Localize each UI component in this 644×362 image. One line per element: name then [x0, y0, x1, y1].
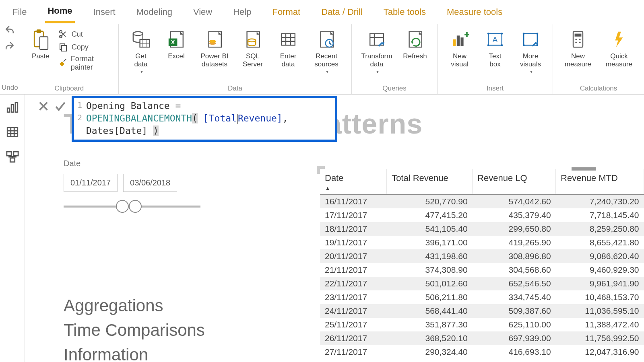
transform-data-button[interactable]: Transform data▾	[357, 27, 396, 74]
table-row[interactable]: 16/11/2017520,770.90574,042.607,240,730.…	[320, 194, 644, 208]
svg-rect-37	[575, 34, 582, 37]
tab-data-drill[interactable]: Data / Drill	[319, 2, 365, 22]
table-cell: 625,110.00	[473, 318, 556, 331]
sql-server-button[interactable]: SQL Server	[236, 27, 269, 69]
excel-label: Excel	[168, 52, 185, 60]
text-cursor	[237, 114, 237, 124]
model-view-icon[interactable]	[6, 150, 19, 164]
table-visual[interactable]: Date▲ Total Revenue Revenue LQ Revenue M…	[320, 169, 644, 359]
tab-home[interactable]: Home	[45, 1, 74, 23]
table-icon	[278, 29, 299, 50]
format-painter-button[interactable]: Format painter	[58, 55, 113, 72]
tab-table-tools[interactable]: Table tools	[381, 2, 428, 22]
enter-data-button[interactable]: Enter data	[272, 27, 305, 69]
nav-item[interactable]: Aggregations	[64, 294, 205, 318]
text-box-icon: A	[485, 29, 506, 50]
commit-formula-icon[interactable]	[54, 100, 67, 113]
table-cell: 12,047,316.90	[556, 345, 644, 359]
tab-view[interactable]: View	[191, 2, 215, 22]
slicer-to-input[interactable]: 03/06/2018	[123, 174, 177, 192]
refresh-button[interactable]: Refresh	[398, 27, 431, 60]
table-row[interactable]: 17/11/2017477,415.20435,379.407,718,145.…	[320, 208, 644, 222]
ribbon: Undo Paste Cut Copy Fo	[0, 24, 644, 95]
excel-button[interactable]: X Excel	[160, 27, 193, 60]
recent-label: Recent sources	[314, 52, 339, 69]
paste-button[interactable]: Paste	[26, 27, 56, 60]
svg-rect-47	[13, 152, 18, 156]
format-painter-label: Format painter	[71, 55, 113, 72]
table-row[interactable]: 25/11/2017351,877.30625,110.0011,388,472…	[320, 318, 644, 331]
queries-group-label: Queries	[357, 84, 431, 93]
table-cell: 22/11/2017	[320, 277, 387, 290]
text-box-label: Text box	[489, 52, 501, 69]
table-row[interactable]: 27/11/2017290,324.40416,693.1012,047,316…	[320, 345, 644, 359]
copy-icon	[58, 42, 68, 52]
col-header-revenue-lq[interactable]: Revenue LQ	[473, 169, 556, 194]
table-row[interactable]: 26/11/2017368,520.10697,939.0011,756,992…	[320, 331, 644, 345]
svg-point-16	[248, 39, 256, 42]
close-paren: )	[153, 125, 159, 136]
nav-item[interactable]: Information	[64, 343, 205, 362]
data-view-icon[interactable]	[6, 125, 19, 139]
undo-icon[interactable]	[4, 24, 16, 36]
tab-insert[interactable]: Insert	[91, 2, 118, 22]
table-row[interactable]: 18/11/2017541,105.40299,650.808,259,250.…	[320, 222, 644, 236]
tab-file[interactable]: File	[10, 2, 29, 22]
get-data-button[interactable]: Get data▾	[124, 27, 157, 74]
tab-format[interactable]: Format	[270, 2, 303, 22]
table-cell: 419,265.90	[473, 236, 556, 249]
nav-item[interactable]: Time Comparisons	[64, 318, 205, 343]
col-header-total-revenue[interactable]: Total Revenue	[387, 169, 473, 194]
table-cell: 574,042.60	[473, 194, 556, 208]
svg-rect-44	[15, 103, 18, 112]
cancel-formula-icon[interactable]	[37, 100, 50, 113]
new-measure-button[interactable]: New measure	[559, 27, 597, 69]
slicer-from-input[interactable]: 01/11/2017	[64, 174, 118, 192]
quick-measure-icon	[609, 29, 630, 50]
formula-bar: 1Opening Balance = 2OPENINGBALANCEMONTH(…	[32, 96, 337, 142]
table-cell: 351,877.30	[387, 318, 473, 331]
pbi-datasets-button[interactable]: Power BI datasets	[195, 27, 234, 69]
date-slicer[interactable]: Date 01/11/2017 03/06/2018	[64, 159, 200, 208]
nav-text-box: Aggregations Time Comparisons Informatio…	[64, 294, 205, 362]
recent-sources-button[interactable]: Recent sources▾	[307, 27, 346, 74]
more-visuals-icon	[520, 29, 541, 50]
slicer-slider[interactable]	[64, 206, 200, 208]
copy-button[interactable]: Copy	[58, 42, 113, 52]
svg-rect-48	[10, 158, 14, 162]
more-visuals-button[interactable]: More visuals▾	[514, 27, 547, 74]
ribbon-tab-strip: File Home Insert Modeling View Help Form…	[0, 0, 644, 24]
svg-rect-22	[453, 39, 456, 46]
tab-modeling[interactable]: Modeling	[134, 2, 175, 22]
undo-group: Undo	[0, 24, 20, 94]
formula-editor[interactable]: 1Opening Balance = 2OPENINGBALANCEMONTH(…	[72, 96, 337, 142]
table-row[interactable]: 22/11/2017501,012.60652,546.509,961,941.…	[320, 277, 644, 290]
text-box-button[interactable]: A Text box	[479, 27, 512, 69]
slider-handle-to[interactable]	[129, 200, 142, 213]
col-header-revenue-mtd[interactable]: Revenue MTD	[556, 169, 644, 194]
table-row[interactable]: 20/11/2017431,198.60308,896.809,086,620.…	[320, 249, 644, 263]
table-row[interactable]: 21/11/2017374,308.90304,568.609,460,929.…	[320, 263, 644, 277]
chart-plus-icon	[449, 29, 470, 50]
chevron-down-icon: ▾	[376, 69, 379, 74]
new-visual-button[interactable]: New visual	[443, 27, 476, 69]
quick-measure-label: Quick measure	[606, 52, 632, 69]
table-cell: 21/11/2017	[320, 263, 387, 277]
svg-rect-2	[40, 37, 48, 49]
slider-handle-from[interactable]	[116, 200, 129, 213]
col-header-date[interactable]: Date▲	[320, 169, 387, 194]
svg-rect-1	[37, 29, 41, 33]
quick-measure-button[interactable]: Quick measure	[600, 27, 638, 69]
table-row[interactable]: 23/11/2017506,211.80334,745.4010,468,153…	[320, 290, 644, 304]
tab-help[interactable]: Help	[231, 2, 254, 22]
redo-icon[interactable]	[4, 40, 16, 52]
table-row[interactable]: 19/11/2017396,171.00419,265.908,655,421.…	[320, 236, 644, 249]
cut-button[interactable]: Cut	[58, 29, 113, 39]
tab-measure-tools[interactable]: Measure tools	[444, 2, 505, 22]
chevron-down-icon: ▾	[530, 69, 533, 74]
report-view-icon[interactable]	[6, 100, 19, 114]
more-visuals-label: More visuals	[520, 52, 541, 69]
table-cell: 501,012.60	[387, 277, 473, 290]
table-row[interactable]: 24/11/2017568,441.40509,387.6011,036,595…	[320, 304, 644, 318]
table-cell: 520,770.90	[387, 194, 473, 208]
